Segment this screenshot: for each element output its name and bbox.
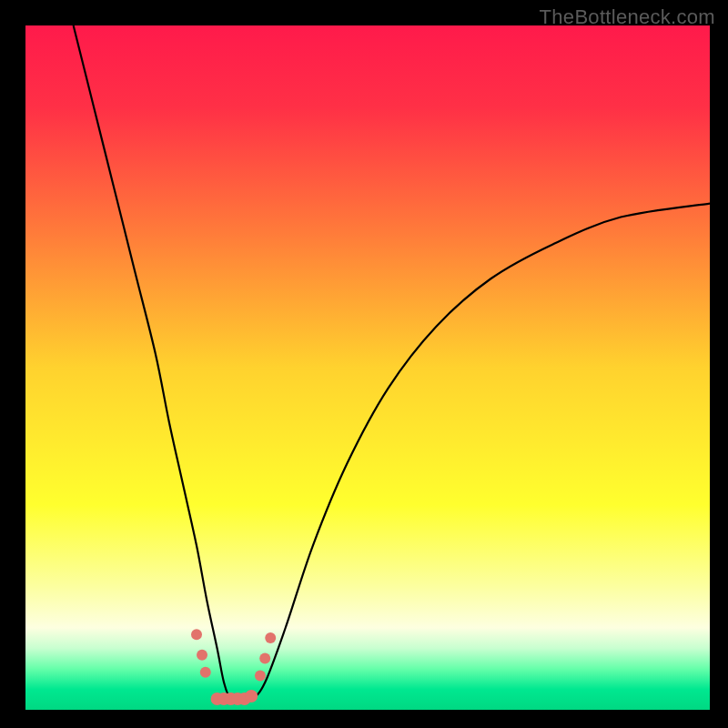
highlight-dot [255,670,266,681]
highlight-dot [197,650,207,661]
chart-svg [25,25,710,710]
highlight-dot [245,690,258,703]
highlight-dot [200,667,211,678]
highlight-dot [259,653,270,664]
highlight-dot [191,629,202,640]
watermark: TheBottleneck.com [540,5,715,29]
highlight-dots [191,629,276,705]
highlight-dot [265,632,276,643]
plot-area [25,25,710,710]
bottleneck-curve [74,25,710,701]
